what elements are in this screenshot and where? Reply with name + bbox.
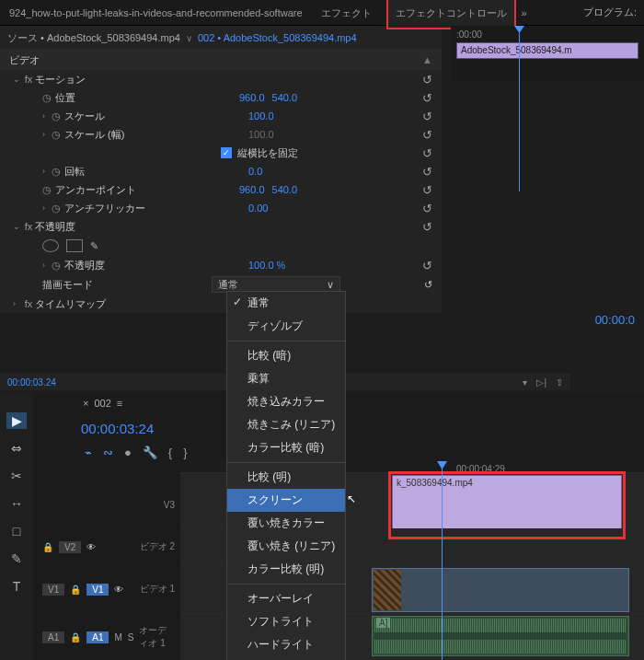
track-target-v2[interactable]: V2 — [59, 541, 81, 553]
lock-icon[interactable]: 🔒 — [70, 585, 81, 595]
anchor-y-value[interactable]: 540.0 — [272, 184, 298, 195]
stopwatch-icon[interactable]: ◷ — [42, 184, 55, 196]
video-section-header[interactable]: ビデオ ▲ — [0, 50, 442, 70]
opacity-row[interactable]: ⌄ fx 不透明度 ↺ — [0, 217, 442, 236]
ec-ruler[interactable]: :00:00 — [451, 26, 644, 42]
close-tab-icon[interactable]: × — [83, 398, 88, 409]
track-target-a1[interactable]: A1 — [86, 631, 109, 643]
lock-icon[interactable]: 🔒 — [70, 632, 81, 643]
solo-button[interactable]: S — [128, 632, 134, 643]
track-v3-header[interactable]: V3 — [33, 500, 180, 510]
blend-option[interactable]: 比較 (明) — [227, 466, 345, 489]
program-tab[interactable]: プログラム: — [576, 6, 644, 19]
position-row[interactable]: ◷ 位置 960.0 540.0 ↺ — [0, 88, 442, 107]
marker-icon[interactable]: ● — [124, 446, 132, 459]
blend-option[interactable]: スクリーン↖ — [227, 489, 345, 512]
effect-controls-tab[interactable]: エフェクトコントロール — [386, 0, 516, 29]
track-v1-header[interactable]: V1 🔒 V1 👁 ビデオ 1 — [33, 583, 180, 596]
project-tab[interactable]: 924_how-to-put-light-leaks-in-videos-and… — [0, 0, 312, 26]
blend-option[interactable]: ソフトライト — [227, 610, 345, 633]
track-a1-header[interactable]: A1 🔒 A1 M S オーディオ 1 — [33, 624, 180, 650]
tab-menu-icon[interactable]: ≡ — [117, 398, 122, 409]
fx-badge[interactable]: fx — [22, 298, 35, 309]
twirl-right-icon[interactable]: › — [13, 299, 22, 308]
reset-icon[interactable]: ↺ — [422, 110, 432, 123]
slip-tool-icon[interactable]: ↔ — [6, 495, 27, 512]
uniform-scale-checkbox[interactable]: ✓ — [221, 147, 232, 158]
track-select-tool-icon[interactable]: ⇔ — [6, 440, 27, 457]
blend-option[interactable]: 焼き込みカラー — [227, 390, 345, 413]
blend-option[interactable]: オーバーレイ — [227, 587, 345, 610]
blend-option[interactable]: 比較 (暗) — [227, 344, 345, 367]
anchor-x-value[interactable]: 960.0 — [239, 184, 265, 195]
effects-tab[interactable]: エフェクト — [312, 0, 381, 26]
selection-tool-icon[interactable]: ▶ — [6, 412, 27, 429]
mask-ellipse-icon[interactable] — [42, 239, 59, 252]
mask-rect-icon[interactable] — [66, 239, 83, 252]
share-icon[interactable]: ⇪ — [556, 377, 563, 388]
eye-icon[interactable]: 👁 — [114, 585, 123, 595]
rect-tool-icon[interactable]: □ — [6, 523, 27, 539]
source-v1[interactable]: V1 — [42, 584, 64, 596]
blend-option[interactable]: ハードライト — [227, 633, 345, 656]
twirl-down-icon[interactable]: ⌄ — [13, 222, 22, 231]
twirl-right-icon[interactable]: › — [42, 261, 52, 270]
ec-clip[interactable]: AdobeStock_508369494.m — [456, 42, 638, 59]
ec-timecode[interactable]: 00:00:03.24 — [7, 377, 56, 388]
mute-button[interactable]: M — [114, 632, 121, 643]
clip-v1[interactable] — [372, 568, 629, 612]
stopwatch-icon[interactable]: ◷ — [52, 110, 64, 122]
scale-value[interactable]: 100.0 — [248, 110, 274, 122]
uniform-scale-row[interactable]: ✓ 縦横比を固定 ↺ — [0, 144, 442, 162]
reset-icon[interactable]: ↺ — [422, 165, 432, 179]
clip-v3[interactable]: k_508369494.mp4 — [392, 475, 622, 536]
blend-option[interactable]: カラー比較 (暗) — [227, 436, 345, 459]
ec-playhead[interactable] — [519, 26, 520, 191]
reset-icon[interactable]: ↺ — [422, 73, 432, 87]
twirl-right-icon[interactable]: › — [42, 111, 52, 121]
sequence-timecode[interactable]: 00:00:03:24 — [81, 421, 154, 436]
eye-icon[interactable]: 👁 — [86, 542, 96, 552]
blend-option[interactable]: ビビッドライト — [227, 656, 345, 660]
anchor-row[interactable]: ◷ アンカーポイント 960.0 540.0 ↺ — [0, 180, 442, 199]
blend-option[interactable]: ディゾルブ — [227, 315, 345, 338]
overflow-menu-icon[interactable]: » — [516, 7, 533, 18]
motion-row[interactable]: ⌄ fx モーション ↺ — [0, 70, 442, 88]
reset-icon[interactable]: ↺ — [422, 91, 432, 105]
snap-icon[interactable]: ⌁ — [85, 446, 92, 459]
blend-option[interactable]: カラー比較 (明) — [227, 558, 345, 581]
twirl-down-icon[interactable]: ⌄ — [13, 75, 22, 84]
stopwatch-icon[interactable]: ◷ — [52, 203, 64, 214]
sequence-playhead[interactable] — [442, 462, 443, 660]
reset-icon[interactable]: ↺ — [422, 146, 432, 160]
blend-option[interactable]: 乗算 — [227, 367, 345, 390]
sequence-link[interactable]: 002 • AdobeStock_508369494.mp4 — [198, 32, 357, 43]
scale-row[interactable]: › ◷ スケール 100.0 ↺ — [0, 107, 442, 125]
rotation-value[interactable]: 0.0 — [248, 166, 262, 177]
timeremap-row[interactable]: › fx タイムリマップ — [0, 295, 442, 313]
reset-icon[interactable]: ↺ — [422, 202, 432, 215]
position-x-value[interactable]: 960.0 — [239, 92, 265, 103]
pen-tool-icon[interactable]: ✎ — [6, 550, 27, 567]
blend-mode-popup[interactable]: 通常ディゾルブ比較 (暗)乗算焼き込みカラー焼きこみ (リニア)カラー比較 (暗… — [226, 291, 346, 660]
in-bracket-icon[interactable]: { — [168, 446, 172, 459]
twirl-right-icon[interactable]: › — [42, 167, 52, 176]
antiflicker-value[interactable]: 0.00 — [248, 203, 268, 214]
stopwatch-icon[interactable]: ◷ — [52, 260, 64, 272]
fx-badge[interactable]: fx — [22, 74, 35, 85]
twirl-right-icon[interactable]: › — [42, 203, 52, 213]
reset-icon[interactable]: ↺ — [422, 183, 432, 197]
clip-a1[interactable]: A] — [372, 616, 629, 656]
sequence-tab[interactable]: 002 — [94, 398, 110, 409]
track-target-v1[interactable]: V1 — [86, 584, 109, 596]
settings-icon[interactable]: 🔧 — [143, 446, 157, 459]
lock-icon[interactable]: 🔒 — [42, 542, 53, 552]
blend-option[interactable]: 覆い焼きカラー — [227, 512, 345, 535]
blend-option[interactable]: 通常 — [227, 292, 345, 315]
play-insert-icon[interactable]: ▷| — [536, 377, 546, 388]
chevron-down-icon[interactable]: ∨ — [186, 33, 192, 43]
blend-option[interactable]: 焼きこみ (リニア) — [227, 413, 345, 436]
type-tool-icon[interactable]: T — [6, 578, 27, 595]
stopwatch-icon[interactable]: ◷ — [52, 166, 64, 178]
filter-icon[interactable]: ▾ — [523, 377, 527, 388]
